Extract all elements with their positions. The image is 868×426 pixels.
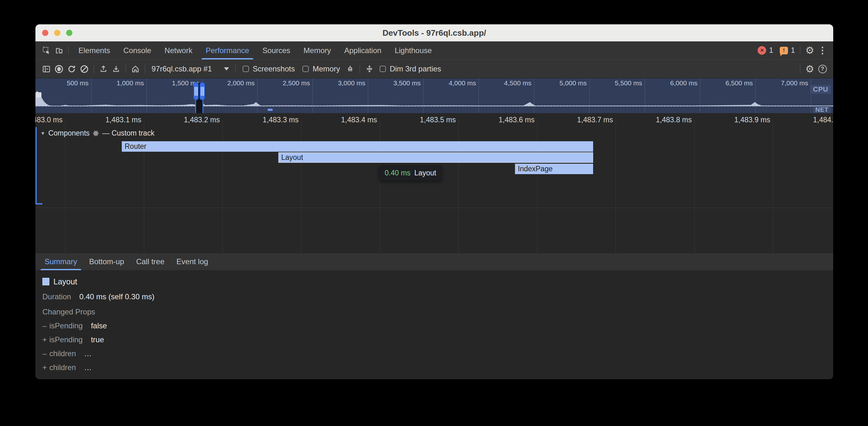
tab-event-log[interactable]: Event log <box>170 253 214 270</box>
devtools-window: DevTools - 97r6ql.csb.app/ <box>35 24 833 379</box>
history-dropdown-value: 97r6ql.csb.app #1 <box>152 64 212 73</box>
dim-3rd-parties-label: Dim 3rd parties <box>390 64 441 73</box>
overview-tick-label: 3,500 ms <box>373 79 421 87</box>
flame-chart[interactable]: ▼ Components — Custom track Router Layou… <box>35 126 833 253</box>
tab-memory[interactable]: Memory <box>297 41 338 59</box>
record-and-reload-icon[interactable] <box>65 62 78 76</box>
memory-toggle[interactable]: Memory <box>299 64 344 73</box>
flame-gridline <box>65 126 65 253</box>
download-profile-icon[interactable] <box>110 62 122 76</box>
home-icon[interactable] <box>129 62 142 76</box>
dim-3rd-parties-checkbox[interactable] <box>380 66 386 72</box>
ruler-gridline <box>773 120 773 126</box>
overview-tick-label: 500 ms <box>40 79 89 87</box>
ruler-gridline <box>65 120 65 126</box>
overview-tick-label: 7,000 ms <box>760 79 808 87</box>
ruler-tick-label: 1,483.8 ms <box>638 116 692 124</box>
toggle-sidebar-icon[interactable] <box>40 62 53 76</box>
flame-bar-router[interactable]: Router <box>122 141 593 152</box>
tooltip-label: Layout <box>414 169 436 177</box>
track-header[interactable]: ▼ Components — Custom track <box>40 129 154 137</box>
screenshots-toggle[interactable]: Screenshots <box>239 64 299 73</box>
selected-track-bracket-foot <box>35 203 42 204</box>
ruler-tick-label: 1,483.0 ms <box>35 116 63 124</box>
error-icon[interactable]: × <box>757 46 766 55</box>
kebab-menu-icon[interactable]: ⋮ <box>816 41 829 59</box>
screenshot-thumbnail <box>36 92 41 98</box>
overview-tick-label: 1,000 ms <box>96 79 144 87</box>
net-label: NET <box>813 106 831 113</box>
issues-badges[interactable]: × 1 ! 1 <box>757 46 795 55</box>
ruler-tick-label: 1,483.7 ms <box>559 116 613 124</box>
react-atom-icon <box>93 130 99 136</box>
clear-icon[interactable] <box>78 62 90 76</box>
warning-icon[interactable]: ! <box>780 47 788 54</box>
selection-handle-left[interactable] <box>193 82 199 100</box>
collect-garbage-icon[interactable] <box>344 62 356 76</box>
device-toolbar-icon[interactable] <box>53 41 65 59</box>
flame-gridline <box>694 126 695 253</box>
inspect-element-icon[interactable] <box>40 41 53 59</box>
ruler-gridline <box>458 120 459 126</box>
desktop: DevTools - 97r6ql.csb.app/ <box>0 0 868 426</box>
titlebar: DevTools - 97r6ql.csb.app/ <box>35 24 833 41</box>
ruler-tick-label: 1,483.9 ms <box>716 116 770 124</box>
collapse-triangle-icon[interactable]: ▼ <box>40 131 45 136</box>
divider <box>235 65 236 73</box>
ruler-gridline <box>694 120 695 126</box>
tab-elements[interactable]: Elements <box>72 41 117 59</box>
summary-title-row: Layout <box>42 277 833 286</box>
overview-tick-label: 1,500 ms <box>151 79 199 87</box>
flame-bar-layout[interactable]: Layout <box>278 152 593 163</box>
settings-gear-icon[interactable]: ⚙ <box>803 41 816 59</box>
duration-label: Duration <box>42 292 71 301</box>
tab-performance[interactable]: Performance <box>199 41 256 59</box>
overview-tick-label: 4,500 ms <box>483 79 531 87</box>
ruler-tick-label: 1,483.1 ms <box>88 116 142 124</box>
prop-name: isPending <box>49 335 83 344</box>
cpu-net-divider <box>35 106 833 106</box>
event-tooltip: 0.40 ms Layout <box>379 165 442 181</box>
compress-tracks-icon[interactable] <box>363 62 376 76</box>
help-icon[interactable]: ? <box>816 62 829 76</box>
capture-settings-gear-icon[interactable]: ⚙ <box>803 62 816 76</box>
history-dropdown[interactable]: 97r6ql.csb.app #1 <box>148 64 232 73</box>
chevron-down-icon <box>224 67 229 70</box>
overview-tick-label: 5,500 ms <box>594 79 642 87</box>
ruler-tick-label: 1,483.2 ms <box>166 116 220 124</box>
flame-bar-indexpage[interactable]: IndexPage <box>515 164 593 174</box>
selection-handle-right[interactable] <box>199 82 205 100</box>
prop-sign: – <box>42 321 49 330</box>
flame-gridline <box>616 126 616 253</box>
upload-profile-icon[interactable] <box>97 62 110 76</box>
tab-summary[interactable]: Summary <box>39 253 83 270</box>
record-icon[interactable] <box>53 62 65 76</box>
event-color-swatch <box>42 278 49 285</box>
prop-value: … <box>84 349 92 358</box>
timeline-overview[interactable]: CPU NET 500 ms1,000 ms1,500 ms2,000 ms2,… <box>35 78 833 113</box>
prop-name: isPending <box>49 321 83 330</box>
network-activity-blip <box>268 109 273 111</box>
tooltip-duration: 0.40 ms <box>385 169 411 177</box>
prop-row: – children … <box>42 349 833 358</box>
track-suffix: — Custom track <box>102 129 154 137</box>
overview-tick-label: 4,000 ms <box>428 79 476 87</box>
tab-call-tree[interactable]: Call tree <box>130 253 170 270</box>
tab-sources[interactable]: Sources <box>256 41 297 59</box>
divider <box>94 65 94 73</box>
summary-duration-row: Duration 0.40 ms (self 0.30 ms) <box>42 292 833 301</box>
memory-checkbox[interactable] <box>302 66 309 72</box>
summary-panel: Layout Duration 0.40 ms (self 0.30 ms) C… <box>35 270 833 379</box>
tab-application[interactable]: Application <box>338 41 388 59</box>
dim-3rd-parties-toggle[interactable]: Dim 3rd parties <box>376 64 445 73</box>
cpu-label: CPU <box>810 85 831 94</box>
screenshots-checkbox[interactable] <box>243 66 249 72</box>
overview-tick-label: 6,000 ms <box>649 79 698 87</box>
tab-bottom-up[interactable]: Bottom-up <box>83 253 130 270</box>
ruler-gridline <box>222 120 223 126</box>
tab-console[interactable]: Console <box>117 41 158 59</box>
memory-label: Memory <box>313 64 340 73</box>
tab-lighthouse[interactable]: Lighthouse <box>388 41 438 59</box>
tab-network[interactable]: Network <box>158 41 199 59</box>
overview-tick-label: 6,500 ms <box>705 79 753 87</box>
